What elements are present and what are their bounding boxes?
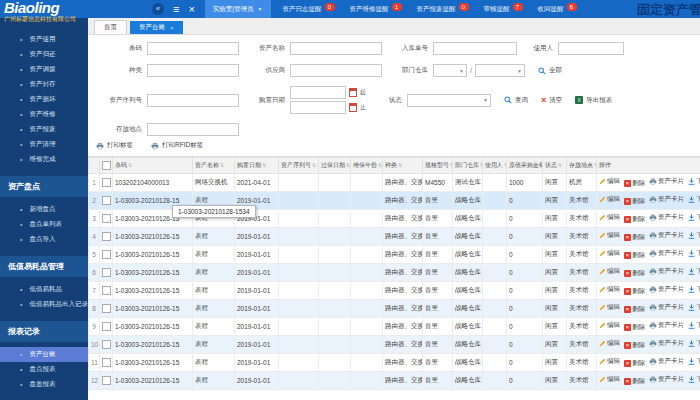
sort-icon[interactable]: ⇅: [312, 162, 316, 168]
close-tab-icon[interactable]: ×: [170, 25, 174, 31]
sidebar-item[interactable]: •资产维修: [0, 107, 88, 122]
tab-asset-ledger[interactable]: 资产台账 ×: [130, 21, 183, 34]
table-header-cell[interactable]: 原值采购金额⇅: [507, 158, 543, 174]
sidebar-item[interactable]: •盘点单列表: [0, 217, 88, 232]
asset-card-button[interactable]: 资产卡片: [649, 195, 684, 204]
edit-button[interactable]: 编辑: [599, 339, 620, 348]
table-header-cell[interactable]: 维保年份⇅: [351, 158, 383, 174]
query-button[interactable]: 查询: [504, 96, 528, 105]
asset-card-button[interactable]: 资产卡片: [649, 375, 684, 384]
sidebar-item[interactable]: •低值易耗品出入记录: [0, 297, 88, 312]
export-button[interactable]: X 导出报表: [575, 96, 612, 105]
sidebar-item[interactable]: •资产使用: [0, 32, 88, 47]
delete-button[interactable]: ×删除: [624, 215, 645, 224]
sidebar-item[interactable]: •资产封存: [0, 77, 88, 92]
asset-name-input[interactable]: [290, 42, 382, 55]
row-checkbox[interactable]: [102, 304, 111, 313]
delete-button[interactable]: ×删除: [624, 179, 645, 188]
asset-card-button[interactable]: 资产卡片: [649, 357, 684, 366]
edit-button[interactable]: 编辑: [599, 357, 620, 366]
topbar-tab-4[interactable]: 收回提醒6: [538, 5, 577, 14]
delete-button[interactable]: ×删除: [624, 341, 645, 350]
table-header-cell[interactable]: 资产名称⇅: [193, 158, 235, 174]
topbar-tab-0[interactable]: 资产日志提醒0: [283, 5, 335, 14]
sidebar-item[interactable]: •盘点报表: [0, 362, 88, 377]
download-button[interactable]: 下载: [688, 303, 700, 312]
edit-button[interactable]: 编辑: [599, 375, 620, 384]
sidebar-item[interactable]: •资产损坏: [0, 92, 88, 107]
topbar-tab-1[interactable]: 资产维修提醒1: [350, 5, 402, 14]
download-button[interactable]: 下载: [688, 267, 700, 276]
warehouse-select[interactable]: ▼: [475, 64, 525, 77]
edit-button[interactable]: 编辑: [599, 195, 620, 204]
table-header-cell[interactable]: 状态⇅: [543, 158, 567, 174]
download-button[interactable]: 下载: [688, 285, 700, 294]
asset-card-button[interactable]: 资产卡片: [649, 231, 684, 240]
download-button[interactable]: 下载: [688, 321, 700, 330]
sort-icon[interactable]: ⇅: [128, 162, 132, 168]
download-button[interactable]: 下载: [688, 195, 700, 204]
sort-icon[interactable]: ⇅: [262, 162, 266, 168]
row-checkbox[interactable]: [102, 196, 111, 205]
download-button[interactable]: 下载: [688, 375, 700, 384]
table-header-cell[interactable]: 过保日期⇅: [319, 158, 351, 174]
row-checkbox[interactable]: [102, 286, 111, 295]
sort-icon[interactable]: ⇅: [220, 162, 224, 168]
row-checkbox[interactable]: [102, 232, 111, 241]
download-button[interactable]: 下载: [688, 213, 700, 222]
delete-button[interactable]: ×删除: [624, 305, 645, 314]
calendar-icon[interactable]: [349, 103, 357, 112]
row-checkbox[interactable]: [102, 214, 111, 223]
delete-button[interactable]: ×删除: [624, 287, 645, 296]
row-checkbox[interactable]: [102, 250, 111, 259]
row-checkbox[interactable]: [102, 322, 111, 331]
row-checkbox[interactable]: [102, 376, 111, 385]
sidebar-item[interactable]: •维修完成: [0, 152, 88, 167]
all-button[interactable]: 全部: [538, 66, 562, 75]
table-header-cell[interactable]: 资产序列号⇅: [279, 158, 319, 174]
table-header-cell[interactable]: 购置日期⇅: [235, 158, 279, 174]
print-rfid-button[interactable]: 打印RFID标签: [151, 141, 203, 150]
asset-card-button[interactable]: 资产卡片: [649, 177, 684, 186]
dept-select[interactable]: ▼: [433, 64, 467, 77]
delete-button[interactable]: ×删除: [624, 197, 645, 206]
download-button[interactable]: 下载: [688, 177, 700, 186]
asset-card-button[interactable]: 资产卡片: [649, 303, 684, 312]
download-button[interactable]: 下载: [688, 231, 700, 240]
row-checkbox[interactable]: [102, 340, 111, 349]
serial-input[interactable]: [147, 94, 239, 107]
purchase-date-from-input[interactable]: [290, 86, 346, 99]
sidebar-item[interactable]: •资产台账: [0, 347, 88, 362]
user-role-button[interactable]: 实验室|管理员 ▼: [205, 0, 271, 18]
topbar-tab-3[interactable]: 审核提醒7: [484, 5, 523, 14]
supplier-input[interactable]: [290, 64, 382, 77]
asset-card-button[interactable]: 资产卡片: [649, 285, 684, 294]
sidebar-item[interactable]: •盘点导入: [0, 232, 88, 247]
edit-button[interactable]: 编辑: [599, 321, 620, 330]
sidebar-item[interactable]: •资产归还: [0, 47, 88, 62]
delete-button[interactable]: ×删除: [624, 251, 645, 260]
download-button[interactable]: 下载: [688, 249, 700, 258]
close-icon[interactable]: ×: [188, 0, 194, 18]
asset-card-button[interactable]: 资产卡片: [649, 339, 684, 348]
sort-icon[interactable]: ⇅: [346, 162, 350, 168]
row-checkbox[interactable]: [102, 268, 111, 277]
row-checkbox[interactable]: [102, 178, 111, 187]
sidebar-item[interactable]: •低值易耗品: [0, 282, 88, 297]
sidebar-item[interactable]: •资产报废: [0, 122, 88, 137]
table-header-cell[interactable]: 种类⇅: [383, 158, 423, 174]
topbar-tab-2[interactable]: 资产报废提醒0: [417, 5, 469, 14]
delete-button[interactable]: ×删除: [624, 233, 645, 242]
location-input[interactable]: [147, 123, 239, 136]
table-header-cell[interactable]: 存放地点⇅: [567, 158, 597, 174]
asset-card-button[interactable]: 资产卡片: [649, 249, 684, 258]
sort-icon[interactable]: ⇅: [398, 162, 402, 168]
hamburger-icon[interactable]: ≡: [173, 0, 179, 18]
edit-button[interactable]: 编辑: [599, 285, 620, 294]
delete-button[interactable]: ×删除: [624, 359, 645, 368]
barcode-input[interactable]: [147, 42, 239, 55]
edit-button[interactable]: 编辑: [599, 249, 620, 258]
table-header-cell[interactable]: 规格型号⇅: [423, 158, 453, 174]
user-input[interactable]: [558, 42, 624, 55]
sidebar-item[interactable]: •盘盈报表: [0, 377, 88, 392]
